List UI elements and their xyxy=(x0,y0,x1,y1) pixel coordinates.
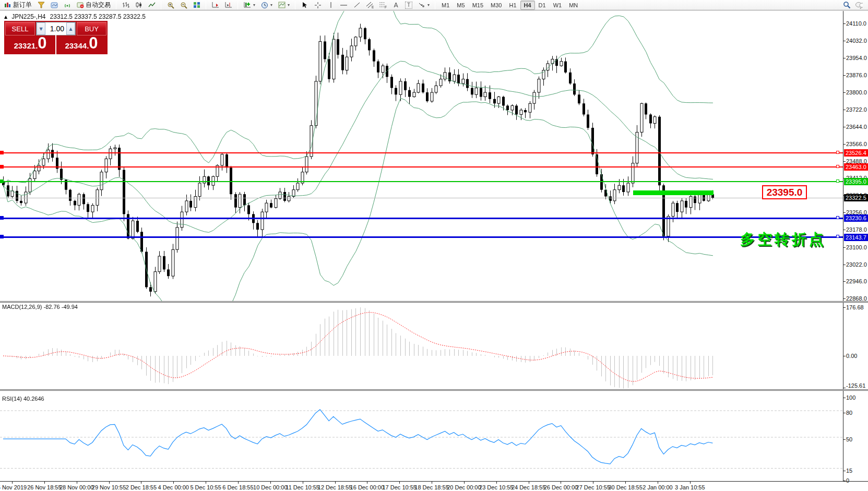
timeframe-d1[interactable]: D1 xyxy=(535,1,550,10)
price-tick-label: 24032.0 xyxy=(846,38,868,44)
price-level-line[interactable] xyxy=(0,236,843,238)
zoom-in-button[interactable] xyxy=(164,1,177,10)
vertical-line-tool-button[interactable] xyxy=(324,1,337,10)
templates-caret-icon: ▾ xyxy=(288,3,290,7)
fibonacci-tool-button[interactable]: F xyxy=(376,1,389,10)
line-left-handle[interactable] xyxy=(0,216,4,220)
rsi-canvas[interactable] xyxy=(0,391,843,481)
line-left-handle[interactable] xyxy=(0,179,4,183)
timeframe-h4[interactable]: H4 xyxy=(520,1,535,10)
price-level-line[interactable] xyxy=(0,152,843,153)
time-tick-label: 26 Dec 00:00 xyxy=(544,484,578,490)
rsi-tick-label: 50 xyxy=(846,436,868,442)
chart-title: ▲ JPN225-,H4 23312.5 23337.5 23287.5 233… xyxy=(4,13,146,20)
chat-icon[interactable] xyxy=(855,1,863,9)
arrows-icon xyxy=(418,1,425,9)
support-highlight-bar[interactable] xyxy=(633,190,714,195)
bar-chart-icon xyxy=(122,1,129,9)
price-tick-label: 24110.0 xyxy=(846,20,868,27)
cursor-tool-button[interactable] xyxy=(298,1,311,10)
time-tick-label: 4 Dec 00:00 xyxy=(158,484,189,490)
line-right-handle[interactable] xyxy=(836,235,839,238)
time-tick-label: 20 Dec 00:00 xyxy=(447,484,481,490)
line-chart-mode-button[interactable] xyxy=(145,1,158,10)
collapse-triangle-icon[interactable]: ▲ xyxy=(4,15,7,19)
new-order-button[interactable]: 新订单 xyxy=(1,1,34,10)
time-axis[interactable]: 5 Nov 201926 Nov 18:5528 Nov 00:0029 Nov… xyxy=(0,482,868,491)
sell-price-pip: 0 xyxy=(38,37,46,50)
price-tick-mark xyxy=(843,281,846,282)
time-tick-label: 2 Dec 18:55 xyxy=(126,484,157,490)
signals-button[interactable] xyxy=(61,1,74,10)
periods-button[interactable]: ▾ xyxy=(258,1,275,10)
auto-trading-button[interactable]: 自动交易 xyxy=(74,1,113,10)
tile-windows-button[interactable] xyxy=(190,1,203,10)
price-tick-label: 23566.0 xyxy=(846,141,868,147)
indicators-button[interactable]: ▾ xyxy=(241,1,258,10)
time-tick-label: 27 Dec 10:55 xyxy=(576,484,610,490)
rsi-tick-mark xyxy=(843,413,846,413)
text-tool-button[interactable]: A xyxy=(389,1,402,10)
time-tick-label: 11 Dec 10:55 xyxy=(286,484,319,490)
rsi-panel-separator[interactable] xyxy=(0,389,868,391)
label-tool-button[interactable]: T xyxy=(402,1,415,10)
line-right-handle[interactable] xyxy=(836,179,839,183)
line-right-handle[interactable] xyxy=(836,151,839,154)
timeframe-m1[interactable]: M1 xyxy=(438,1,453,10)
turning-point-note[interactable]: 多空转折点 xyxy=(740,230,826,249)
timeframe-w1[interactable]: W1 xyxy=(550,1,566,10)
price-tick-mark xyxy=(843,75,846,76)
time-tick-label: 30 Dec 18:55 xyxy=(608,484,642,490)
price-tick-label: 23954.0 xyxy=(846,55,868,61)
macd-canvas[interactable] xyxy=(0,303,843,389)
price-tick-mark xyxy=(843,92,846,93)
candlestick-mode-button[interactable] xyxy=(132,1,145,10)
timeframe-m5[interactable]: M5 xyxy=(453,1,468,10)
price-level-line[interactable] xyxy=(0,218,843,219)
timeframe-m30[interactable]: M30 xyxy=(487,1,505,10)
time-tick-mark xyxy=(12,482,13,484)
buy-price-pip: 0 xyxy=(89,37,98,50)
timeframe-mn[interactable]: MN xyxy=(565,1,581,10)
indicators-add-icon xyxy=(243,1,251,9)
time-tick-label: 16 Dec 00:00 xyxy=(350,484,384,490)
volume-increase-button[interactable]: ▲ xyxy=(66,22,75,35)
line-left-handle[interactable] xyxy=(0,165,4,169)
volume-decrease-button[interactable]: ▼ xyxy=(37,22,45,35)
trendline-tool-button[interactable] xyxy=(350,1,363,10)
line-right-handle[interactable] xyxy=(836,216,839,219)
crosshair-tool-button[interactable] xyxy=(311,1,324,10)
time-tick-label: 17 Dec 10:55 xyxy=(382,484,416,490)
fibonacci-icon: F xyxy=(379,1,387,9)
rsi-tick-mark xyxy=(843,398,846,398)
price-chart-canvas[interactable] xyxy=(0,11,843,302)
channel-tool-button[interactable]: E xyxy=(363,1,376,10)
chart-shift-button[interactable] xyxy=(222,1,235,10)
buy-price[interactable]: 23344.0 xyxy=(56,37,106,53)
rsi-tick-label: 80 xyxy=(846,410,868,416)
timeframe-m15[interactable]: M15 xyxy=(469,1,487,10)
line-right-handle[interactable] xyxy=(836,165,839,168)
macd-panel-separator[interactable] xyxy=(0,301,868,303)
funnel-button[interactable] xyxy=(34,1,47,10)
bar-chart-mode-button[interactable] xyxy=(119,1,132,10)
timeframe-h1[interactable]: H1 xyxy=(505,1,520,10)
templates-button[interactable]: ▾ xyxy=(275,1,292,10)
line-left-handle[interactable] xyxy=(0,151,4,154)
price-level-line[interactable] xyxy=(0,166,843,167)
zoom-out-button[interactable] xyxy=(177,1,190,10)
market-watch-button[interactable] xyxy=(47,1,61,10)
level-price-box[interactable]: 23395.0 xyxy=(762,185,807,199)
rsi-tick-label: 100 xyxy=(846,394,868,401)
horizontal-line-icon xyxy=(340,1,348,9)
sell-price[interactable]: 23321.0 xyxy=(5,37,55,53)
horizontal-line-tool-button[interactable] xyxy=(337,1,350,10)
sell-button[interactable]: SELL xyxy=(5,22,35,35)
price-level-line[interactable] xyxy=(0,181,843,182)
auto-scroll-button[interactable] xyxy=(209,1,222,10)
auto-trading-icon xyxy=(76,1,84,9)
vertical-line-icon xyxy=(327,1,335,9)
search-icon[interactable] xyxy=(843,1,851,9)
arrows-tool-button[interactable]: ▾ xyxy=(415,1,432,10)
line-left-handle[interactable] xyxy=(0,235,4,238)
